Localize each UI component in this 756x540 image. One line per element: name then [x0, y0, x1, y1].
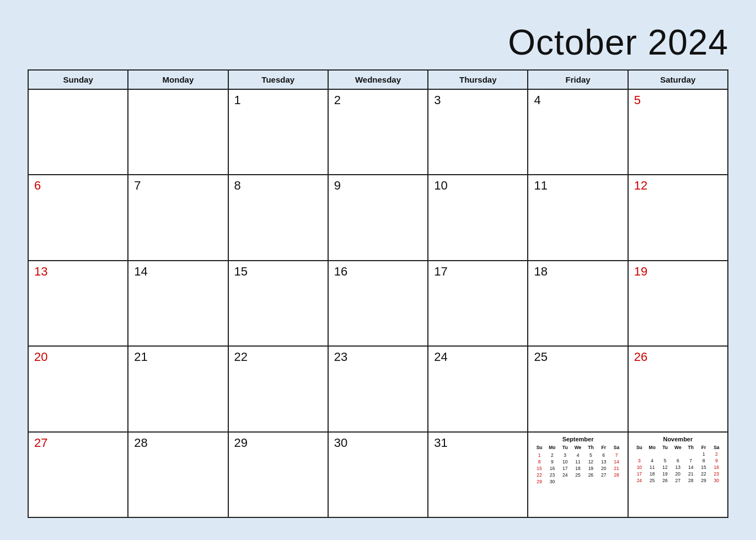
mini-cal-day: [672, 451, 684, 457]
day-number: 11: [534, 179, 547, 192]
day-number: 17: [434, 264, 447, 278]
day-number: 3: [434, 93, 441, 107]
mini-cal-day: [559, 478, 571, 485]
mini-calendar-november: NovemberSuMoTuWeThFrSa123456789101112131…: [633, 436, 723, 484]
mini-cal-day: 21: [684, 471, 697, 477]
day-cell-18: 18: [528, 261, 628, 345]
mini-cal-day: 11: [571, 458, 584, 465]
mini-cal-day: 25: [646, 477, 658, 484]
day-number: 23: [334, 350, 347, 364]
mini-cal-day: 18: [571, 465, 584, 472]
mini-cal-header: Tu: [658, 444, 671, 451]
day-number: 12: [634, 179, 647, 192]
day-header-thursday: Thursday: [428, 71, 528, 89]
day-cell-3: 3: [428, 90, 528, 174]
day-number: 5: [634, 93, 641, 107]
empty-day-cell: [29, 90, 128, 174]
day-cell-31: 31: [428, 433, 528, 517]
day-number: 8: [234, 179, 241, 192]
day-cell-20: 20: [29, 347, 128, 431]
day-number: 6: [34, 179, 41, 192]
mini-cal-day: 30: [710, 477, 723, 484]
week-row-2: 6789101112: [29, 175, 728, 261]
day-cell-21: 21: [128, 347, 228, 431]
mini-cal-day: 25: [571, 472, 584, 478]
mini-cal-day: 7: [684, 457, 697, 464]
mini-cal-day: 28: [610, 472, 623, 478]
mini-cal-day: 4: [646, 457, 658, 464]
mini-cal-day: 13: [672, 464, 684, 471]
mini-cal-day: 23: [710, 471, 723, 477]
day-header-saturday: Saturday: [629, 71, 728, 89]
day-cell-5: 5: [629, 90, 728, 174]
day-number: 15: [234, 264, 248, 278]
mini-cal-header: We: [672, 444, 684, 451]
day-number: 13: [34, 264, 47, 278]
mini-cal-day: 27: [597, 472, 610, 478]
mini-cal-day: 9: [546, 458, 559, 465]
day-cell-23: 23: [329, 347, 428, 431]
day-number: 25: [534, 350, 547, 364]
day-cell-29: 29: [229, 433, 329, 517]
day-cell-19: 19: [629, 261, 728, 345]
mini-cal-day: 16: [546, 465, 559, 472]
mini-cal-header: Th: [684, 444, 697, 451]
day-cell-10: 10: [428, 175, 528, 260]
day-number: 28: [134, 436, 147, 450]
day-cell-25: 25: [528, 347, 628, 431]
empty-day-cell: [128, 90, 228, 174]
day-cell-12: 12: [629, 175, 728, 260]
week-row-3: 13141516171819: [29, 261, 728, 347]
month-year-title: October 2024: [28, 22, 728, 63]
mini-cal-grid: SuMoTuWeThFrSa12345678910111213141516171…: [633, 444, 723, 484]
mini-cal-day: [571, 478, 584, 485]
day-cell-2: 2: [329, 90, 428, 174]
day-number: 18: [534, 264, 547, 278]
mini-cal-day: 26: [585, 472, 597, 478]
mini-cal-header: Tu: [559, 444, 571, 451]
mini-cal-header: Fr: [597, 444, 610, 451]
mini-cal-day: [610, 478, 623, 485]
mini-cal-title: November: [633, 436, 723, 442]
day-number: 10: [434, 179, 447, 192]
day-number: 22: [234, 350, 248, 364]
day-number: 7: [134, 179, 141, 192]
day-cell-28: 28: [128, 433, 228, 517]
mini-calendar-september: SeptemberSuMoTuWeThFrSa12345678910111213…: [533, 436, 623, 485]
saturday-mini-cal-cell: NovemberSuMoTuWeThFrSa123456789101112131…: [629, 433, 728, 517]
day-number: 16: [334, 264, 347, 278]
mini-cal-header: Th: [585, 444, 597, 451]
week-row-4: 20212223242526: [29, 347, 728, 432]
day-header-wednesday: Wednesday: [329, 71, 428, 89]
day-number: 14: [134, 264, 147, 278]
mini-cal-day: 5: [585, 452, 597, 458]
mini-cal-day: 29: [533, 478, 545, 485]
day-cell-4: 4: [528, 90, 628, 174]
mini-cal-day: 8: [533, 458, 545, 465]
mini-cal-day: [585, 478, 597, 485]
mini-cal-header: Su: [633, 444, 646, 451]
day-number: 24: [434, 350, 447, 364]
mini-cal-day: [684, 451, 697, 457]
day-cell-15: 15: [229, 261, 329, 345]
day-cell-11: 11: [528, 175, 628, 260]
mini-cal-day: [646, 451, 658, 457]
mini-cal-day: 8: [697, 457, 710, 464]
weeks-container: 1234567891011121314151617181920212223242…: [29, 90, 728, 518]
day-number: 27: [34, 436, 47, 450]
mini-cal-day: 21: [610, 465, 623, 472]
day-number: 9: [334, 179, 341, 192]
mini-cal-day: 6: [597, 452, 610, 458]
page: October 2024 SundayMondayTuesdayWednesda…: [0, 0, 756, 540]
day-header-monday: Monday: [128, 71, 228, 89]
mini-cal-day: 10: [633, 464, 646, 471]
day-cell-27: 27: [29, 433, 128, 517]
mini-cal-day: 19: [658, 471, 671, 477]
day-number: 2: [334, 93, 341, 107]
mini-cal-day: 26: [658, 477, 671, 484]
mini-cal-day: [597, 478, 610, 485]
mini-cal-day: 18: [646, 471, 658, 477]
mini-cal-day: 12: [585, 458, 597, 465]
mini-cal-day: 20: [597, 465, 610, 472]
day-cell-30: 30: [329, 433, 428, 517]
